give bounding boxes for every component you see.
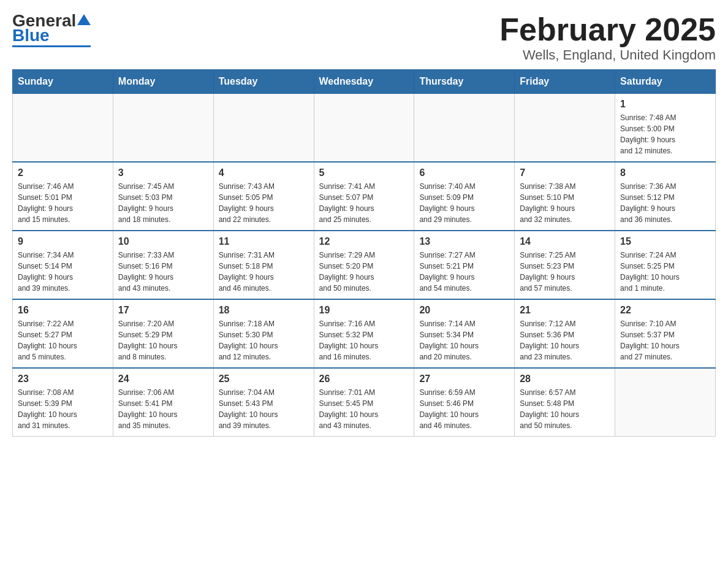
calendar-cell xyxy=(213,94,314,163)
weekday-header-monday: Monday xyxy=(113,70,213,94)
calendar-cell: 11Sunrise: 7:31 AMSunset: 5:18 PMDayligh… xyxy=(213,231,314,299)
day-number: 11 xyxy=(219,236,309,247)
day-number: 21 xyxy=(520,305,610,316)
day-info: Sunrise: 6:57 AMSunset: 5:48 PMDaylight:… xyxy=(520,387,610,431)
day-number: 22 xyxy=(620,305,710,316)
day-info: Sunrise: 7:20 AMSunset: 5:29 PMDaylight:… xyxy=(118,318,208,362)
calendar-cell xyxy=(314,94,414,163)
day-number: 25 xyxy=(219,373,309,385)
day-number: 18 xyxy=(219,305,309,316)
day-info: Sunrise: 7:24 AMSunset: 5:25 PMDaylight:… xyxy=(620,250,710,294)
day-info: Sunrise: 7:43 AMSunset: 5:05 PMDaylight:… xyxy=(219,181,309,225)
calendar-week-3: 9Sunrise: 7:34 AMSunset: 5:14 PMDaylight… xyxy=(13,231,716,299)
logo-blue-text: Blue xyxy=(12,27,50,44)
weekday-header-row: SundayMondayTuesdayWednesdayThursdayFrid… xyxy=(13,70,716,94)
calendar-cell: 23Sunrise: 7:08 AMSunset: 5:39 PMDayligh… xyxy=(13,368,113,437)
day-number: 16 xyxy=(18,305,108,316)
calendar-cell: 25Sunrise: 7:04 AMSunset: 5:43 PMDayligh… xyxy=(213,368,314,437)
calendar-cell: 27Sunrise: 6:59 AMSunset: 5:46 PMDayligh… xyxy=(414,368,515,437)
day-number: 15 xyxy=(620,236,710,247)
calendar-cell: 5Sunrise: 7:41 AMSunset: 5:07 PMDaylight… xyxy=(314,162,414,231)
calendar-cell: 3Sunrise: 7:45 AMSunset: 5:03 PMDaylight… xyxy=(113,162,213,231)
calendar-cell: 20Sunrise: 7:14 AMSunset: 5:34 PMDayligh… xyxy=(414,299,515,368)
calendar-cell: 7Sunrise: 7:38 AMSunset: 5:10 PMDaylight… xyxy=(515,162,615,231)
calendar-header: SundayMondayTuesdayWednesdayThursdayFrid… xyxy=(13,70,716,94)
day-number: 9 xyxy=(18,236,108,247)
day-number: 7 xyxy=(520,167,610,178)
weekday-header-thursday: Thursday xyxy=(414,70,515,94)
calendar-cell xyxy=(13,94,113,163)
day-info: Sunrise: 7:48 AMSunset: 5:00 PMDaylight:… xyxy=(620,112,710,156)
day-number: 10 xyxy=(118,236,208,247)
calendar-cell: 18Sunrise: 7:18 AMSunset: 5:30 PMDayligh… xyxy=(213,299,314,368)
weekday-header-wednesday: Wednesday xyxy=(314,70,414,94)
weekday-header-friday: Friday xyxy=(515,70,615,94)
day-number: 14 xyxy=(520,236,610,247)
calendar-cell: 8Sunrise: 7:36 AMSunset: 5:12 PMDaylight… xyxy=(615,162,716,231)
day-info: Sunrise: 7:04 AMSunset: 5:43 PMDaylight:… xyxy=(219,387,309,431)
day-info: Sunrise: 7:14 AMSunset: 5:34 PMDaylight:… xyxy=(419,318,509,362)
day-number: 2 xyxy=(18,167,108,178)
svg-marker-0 xyxy=(77,14,91,25)
day-number: 4 xyxy=(219,167,309,178)
day-info: Sunrise: 7:33 AMSunset: 5:16 PMDaylight:… xyxy=(118,250,208,294)
day-number: 17 xyxy=(118,305,208,316)
day-info: Sunrise: 7:18 AMSunset: 5:30 PMDaylight:… xyxy=(219,318,309,362)
day-info: Sunrise: 7:16 AMSunset: 5:32 PMDaylight:… xyxy=(319,318,409,362)
day-number: 19 xyxy=(319,305,409,316)
page-header: General Blue February 2025 Wells, Englan… xyxy=(12,12,716,63)
calendar-cell: 2Sunrise: 7:46 AMSunset: 5:01 PMDaylight… xyxy=(13,162,113,231)
day-info: Sunrise: 7:46 AMSunset: 5:01 PMDaylight:… xyxy=(18,181,108,225)
day-info: Sunrise: 7:31 AMSunset: 5:18 PMDaylight:… xyxy=(219,250,309,294)
day-info: Sunrise: 7:29 AMSunset: 5:20 PMDaylight:… xyxy=(319,250,409,294)
calendar-cell: 4Sunrise: 7:43 AMSunset: 5:05 PMDaylight… xyxy=(213,162,314,231)
day-info: Sunrise: 7:38 AMSunset: 5:10 PMDaylight:… xyxy=(520,181,610,225)
day-number: 12 xyxy=(319,236,409,247)
page-subtitle: Wells, England, United Kingdom xyxy=(499,47,716,63)
day-number: 23 xyxy=(18,373,108,385)
day-info: Sunrise: 7:40 AMSunset: 5:09 PMDaylight:… xyxy=(419,181,509,225)
calendar-table: SundayMondayTuesdayWednesdayThursdayFrid… xyxy=(12,69,716,437)
day-number: 6 xyxy=(419,167,509,178)
day-info: Sunrise: 7:22 AMSunset: 5:27 PMDaylight:… xyxy=(18,318,108,362)
day-info: Sunrise: 7:27 AMSunset: 5:21 PMDaylight:… xyxy=(419,250,509,294)
weekday-header-tuesday: Tuesday xyxy=(213,70,314,94)
day-number: 27 xyxy=(419,373,509,385)
logo-triangle-icon xyxy=(77,13,91,26)
calendar-cell: 10Sunrise: 7:33 AMSunset: 5:16 PMDayligh… xyxy=(113,231,213,299)
day-info: Sunrise: 7:36 AMSunset: 5:12 PMDaylight:… xyxy=(620,181,710,225)
calendar-cell: 15Sunrise: 7:24 AMSunset: 5:25 PMDayligh… xyxy=(615,231,716,299)
day-info: Sunrise: 7:06 AMSunset: 5:41 PMDaylight:… xyxy=(118,387,208,431)
day-info: Sunrise: 7:45 AMSunset: 5:03 PMDaylight:… xyxy=(118,181,208,225)
calendar-cell xyxy=(615,368,716,437)
day-info: Sunrise: 7:10 AMSunset: 5:37 PMDaylight:… xyxy=(620,318,710,362)
day-info: Sunrise: 7:12 AMSunset: 5:36 PMDaylight:… xyxy=(520,318,610,362)
day-info: Sunrise: 7:34 AMSunset: 5:14 PMDaylight:… xyxy=(18,250,108,294)
day-number: 5 xyxy=(319,167,409,178)
day-number: 13 xyxy=(419,236,509,247)
title-block: February 2025 Wells, England, United Kin… xyxy=(499,12,716,63)
day-number: 20 xyxy=(419,305,509,316)
calendar-cell: 14Sunrise: 7:25 AMSunset: 5:23 PMDayligh… xyxy=(515,231,615,299)
calendar-cell: 19Sunrise: 7:16 AMSunset: 5:32 PMDayligh… xyxy=(314,299,414,368)
day-info: Sunrise: 7:41 AMSunset: 5:07 PMDaylight:… xyxy=(319,181,409,225)
calendar-cell: 22Sunrise: 7:10 AMSunset: 5:37 PMDayligh… xyxy=(615,299,716,368)
calendar-body: 1Sunrise: 7:48 AMSunset: 5:00 PMDaylight… xyxy=(13,94,716,437)
day-number: 3 xyxy=(118,167,208,178)
calendar-week-5: 23Sunrise: 7:08 AMSunset: 5:39 PMDayligh… xyxy=(13,368,716,437)
day-number: 26 xyxy=(319,373,409,385)
weekday-header-sunday: Sunday xyxy=(13,70,113,94)
calendar-cell: 21Sunrise: 7:12 AMSunset: 5:36 PMDayligh… xyxy=(515,299,615,368)
calendar-cell xyxy=(414,94,515,163)
calendar-cell xyxy=(515,94,615,163)
calendar-cell: 26Sunrise: 7:01 AMSunset: 5:45 PMDayligh… xyxy=(314,368,414,437)
calendar-cell: 24Sunrise: 7:06 AMSunset: 5:41 PMDayligh… xyxy=(113,368,213,437)
calendar-cell: 13Sunrise: 7:27 AMSunset: 5:21 PMDayligh… xyxy=(414,231,515,299)
calendar-cell: 1Sunrise: 7:48 AMSunset: 5:00 PMDaylight… xyxy=(615,94,716,163)
day-info: Sunrise: 6:59 AMSunset: 5:46 PMDaylight:… xyxy=(419,387,509,431)
calendar-week-4: 16Sunrise: 7:22 AMSunset: 5:27 PMDayligh… xyxy=(13,299,716,368)
day-info: Sunrise: 7:25 AMSunset: 5:23 PMDaylight:… xyxy=(520,250,610,294)
day-info: Sunrise: 7:08 AMSunset: 5:39 PMDaylight:… xyxy=(18,387,108,431)
calendar-cell: 16Sunrise: 7:22 AMSunset: 5:27 PMDayligh… xyxy=(13,299,113,368)
calendar-cell: 28Sunrise: 6:57 AMSunset: 5:48 PMDayligh… xyxy=(515,368,615,437)
